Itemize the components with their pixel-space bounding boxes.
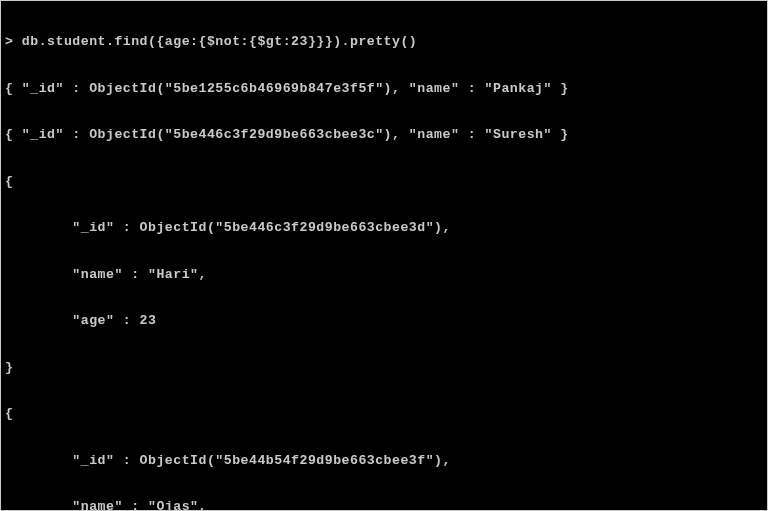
terminal-line: {: [5, 174, 763, 190]
terminal-line: }: [5, 360, 763, 376]
terminal-line: "name" : "Ojas",: [5, 499, 763, 511]
terminal-line: > db.student.find({age:{$not:{$gt:23}}})…: [5, 34, 763, 50]
terminal-line: { "_id" : ObjectId("5be446c3f29d9be663cb…: [5, 127, 763, 143]
terminal-line: "_id" : ObjectId("5be44b54f29d9be663cbee…: [5, 453, 763, 469]
terminal-line: {: [5, 406, 763, 422]
terminal-line: { "_id" : ObjectId("5be1255c6b46969b847e…: [5, 81, 763, 97]
terminal-line: "_id" : ObjectId("5be446c3f29d9be663cbee…: [5, 220, 763, 236]
terminal-window[interactable]: > db.student.find({age:{$not:{$gt:23}}})…: [0, 0, 768, 511]
terminal-line: "name" : "Hari",: [5, 267, 763, 283]
terminal-line: "age" : 23: [5, 313, 763, 329]
